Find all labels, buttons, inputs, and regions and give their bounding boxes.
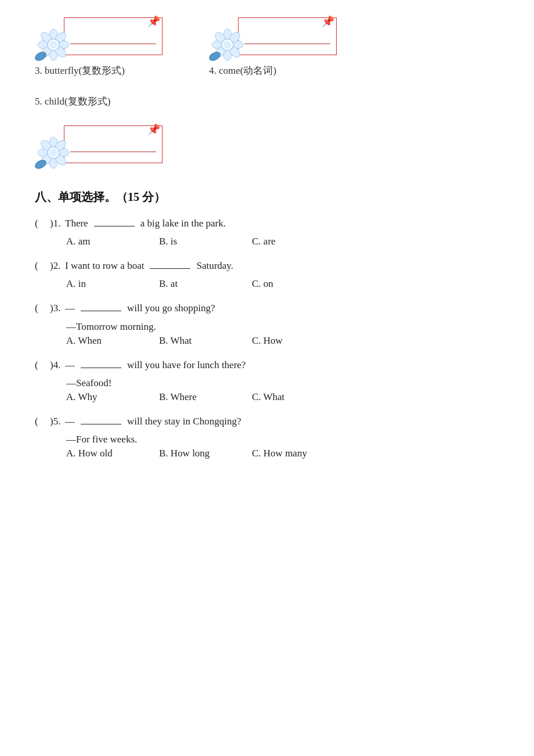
card-5-group: 5. child(复数形式) [35,95,163,172]
options-row-3: A. WhenB. WhatC. How [66,335,499,347]
question-3: ()3. — will you go shopping?—Tomorrow mo… [35,300,499,346]
option-3-1: B. What [159,335,252,347]
q-text-after-2: Saturday. [196,258,233,273]
section-title2: ） [154,190,165,203]
card-3-group: 📌 3. butterfly(复数形式) [35,12,163,89]
flower-3 [35,26,73,64]
question-1: ()1. There a big lake in the park.A. amB… [35,215,499,247]
options-row-2: A. inB. atC. on [66,278,499,290]
word-card-3: 📌 [35,12,163,64]
options-row-4: A. WhyB. WhereC. What [66,391,499,403]
option-5-1: B. How long [159,448,252,459]
option-2-1: B. at [159,278,252,290]
option-1-0: A. am [66,236,159,247]
flower-5 [35,134,73,172]
card-row-1: 📌 3. butterfly(复数形式) [35,12,499,89]
q-text-before-2: I want to row a boat [65,258,144,273]
options-row-1: A. amB. isC. are [66,236,499,247]
questions-container: ()1. There a big lake in the park.A. amB… [35,215,499,459]
svg-point-31 [49,149,57,157]
section-title: 八、单项选择。（ [35,190,128,203]
paren-close-3: )3. [50,300,62,316]
pin-icon-3: 📌 [147,15,160,28]
q-blank-4 [81,368,121,368]
option-4-1: B. Where [159,391,252,403]
pin-icon-4: 📌 [322,15,334,28]
svg-point-9 [49,41,57,49]
paren-close-2: )2. [50,258,62,273]
paren-close-1: )1. [50,215,62,231]
dash-answer-3: —Tomorrow morning. [66,321,499,333]
paren-open-1: ( [35,215,46,231]
q-text-after-1: a big lake in the park. [140,215,226,231]
q-blank-1 [94,226,135,226]
card-4-label: 4. come(动名词) [209,64,276,77]
paren-close-5: )5. [50,413,62,429]
option-4-2: C. What [252,391,345,403]
q-blank-5 [81,424,121,424]
q-text-before-1: There [65,215,88,231]
section-bold: 15 分 [128,190,154,203]
q-text-before-3: — [65,300,75,316]
question-2: ()2. I want to row a boat Saturday.A. in… [35,258,499,290]
q-text-before-5: — [65,413,75,429]
card-line-4 [244,44,330,44]
paren-open-2: ( [35,258,46,273]
option-5-2: C. How many [252,448,345,459]
card-line-3 [70,44,156,44]
q-text-after-3: will you go shopping? [127,300,215,316]
card-3-label: 3. butterfly(复数形式) [35,64,125,77]
word-card-5: 📌 [35,120,163,172]
dash-answer-5: —For five weeks. [66,434,499,445]
card-4-group: 📌 4. come(动名词) [209,12,337,89]
dash-answer-4: —Seafood! [66,377,499,389]
question-5: ()5. — will they stay in Chongqing?—For … [35,413,499,459]
q-text-after-5: will they stay in Chongqing? [127,413,241,429]
flower-4 [209,26,247,64]
question-line-4: ()4. — will you have for lunch there? [35,357,499,373]
q-blank-2 [150,268,190,269]
paren-open-4: ( [35,357,46,373]
q-blank-3 [81,311,121,311]
section-header: 八、单项选择。（15 分） [35,189,499,205]
option-1-2: C. are [252,236,345,247]
option-4-0: A. Why [66,391,159,403]
q-text-after-4: will you have for lunch there? [127,357,246,373]
question-line-2: ()2. I want to row a boat Saturday. [35,258,499,273]
options-row-5: A. How oldB. How longC. How many [66,448,499,459]
card-5-label: 5. child(复数形式) [35,95,110,108]
option-2-2: C. on [252,278,345,290]
paren-open-5: ( [35,413,46,429]
option-1-1: B. is [159,236,252,247]
paren-close-4: )4. [50,357,62,373]
option-3-0: A. When [66,335,159,347]
question-line-5: ()5. — will they stay in Chongqing? [35,413,499,429]
question-line-1: ()1. There a big lake in the park. [35,215,499,231]
option-5-0: A. How old [66,448,159,459]
word-card-4: 📌 [209,12,337,64]
option-3-2: C. How [252,335,345,347]
question-line-3: ()3. — will you go shopping? [35,300,499,316]
question-4: ()4. — will you have for lunch there?—Se… [35,357,499,403]
paren-open-3: ( [35,300,46,316]
pin-icon-5: 📌 [147,123,160,136]
q-text-before-4: — [65,357,75,373]
option-2-0: A. in [66,278,159,290]
card-row-2: 5. child(复数形式) [35,95,499,172]
svg-point-20 [223,41,232,49]
card-line-5 [70,152,156,152]
